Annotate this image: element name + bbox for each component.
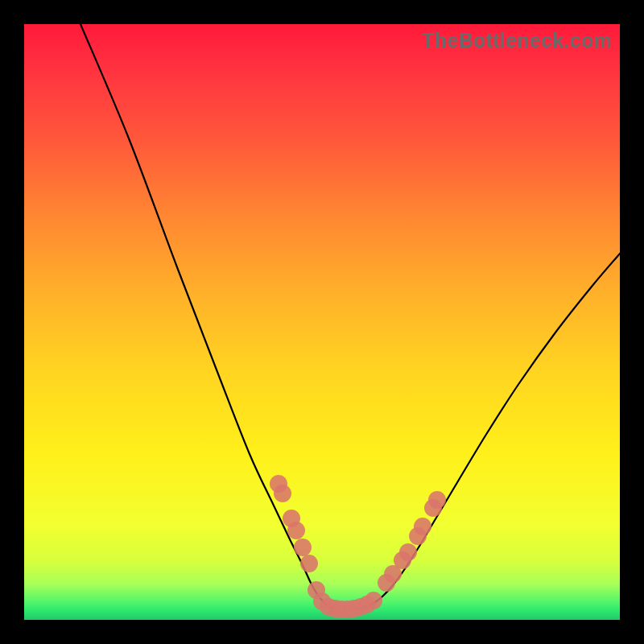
marker-dot	[365, 592, 382, 609]
curve-layer	[24, 24, 620, 620]
marker-dot	[274, 485, 291, 502]
marker-dot	[300, 555, 318, 572]
plot-area: TheBottleneck.com	[24, 24, 620, 620]
chart-frame: TheBottleneck.com	[0, 0, 644, 644]
marker-dot	[414, 518, 431, 535]
marker-dot	[428, 491, 446, 509]
marker-dot	[287, 522, 305, 539]
marker-dot	[399, 543, 417, 561]
marker-dot	[294, 539, 312, 556]
bottleneck-curve	[80, 24, 620, 609]
